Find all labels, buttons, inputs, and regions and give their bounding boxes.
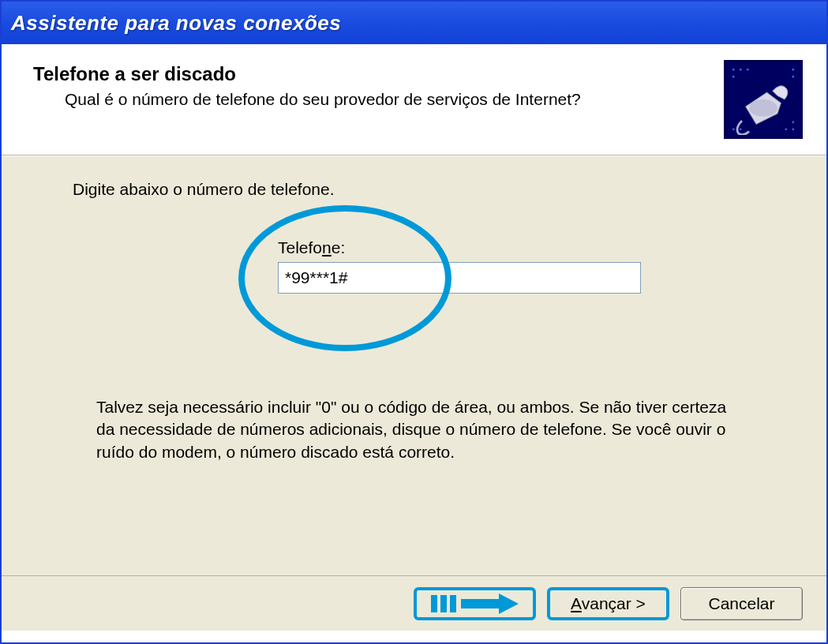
wizard-header: Telefone a ser discado Qual é o número d… <box>2 44 826 155</box>
help-text: Talvez seja necessário incluir "0" ou o … <box>96 396 728 463</box>
page-subtitle: Qual é o número de telefone do seu prove… <box>65 90 724 109</box>
svg-rect-13 <box>431 595 437 612</box>
phone-label: Telefone: <box>278 238 779 257</box>
svg-point-1 <box>749 99 777 117</box>
phone-label-prefix: Telefo <box>278 238 322 256</box>
svg-point-10 <box>792 128 794 130</box>
svg-point-7 <box>740 128 742 130</box>
svg-point-3 <box>740 69 742 71</box>
modem-icon <box>724 60 803 139</box>
back-button[interactable] <box>414 587 536 620</box>
svg-point-9 <box>792 76 794 78</box>
titlebar[interactable]: Assistente para novas conexões <box>2 2 826 44</box>
next-button-accelerator: A <box>571 594 582 612</box>
page-title: Telefone a ser discado <box>33 63 724 85</box>
wizard-content: Digite abaixo o número de telefone. Tele… <box>2 155 826 575</box>
svg-marker-17 <box>499 593 519 614</box>
header-text-block: Telefone a ser discado Qual é o número d… <box>33 60 724 109</box>
phone-input[interactable] <box>278 262 641 294</box>
cancel-button[interactable]: Cancelar <box>680 587 803 620</box>
svg-point-11 <box>785 128 787 130</box>
svg-rect-16 <box>461 599 500 608</box>
phone-label-suffix: e: <box>332 238 346 256</box>
svg-point-8 <box>792 69 794 71</box>
next-button-label: vançar > <box>582 594 646 612</box>
next-button[interactable]: Avançar > <box>547 587 669 620</box>
svg-point-2 <box>732 69 735 71</box>
phone-input-block: Telefone: <box>278 238 779 294</box>
titlebar-text: Assistente para novas conexões <box>11 11 341 36</box>
arrow-right-icon <box>428 592 523 616</box>
svg-point-6 <box>732 128 735 130</box>
instruction-text: Digite abaixo o número de telefone. <box>73 180 779 199</box>
svg-point-4 <box>747 69 749 71</box>
wizard-window: Assistente para novas conexões Telefone … <box>0 0 828 644</box>
svg-rect-14 <box>440 595 447 612</box>
svg-point-12 <box>792 121 794 123</box>
phone-label-accelerator: n <box>322 238 332 256</box>
button-bar: Avançar > Cancelar <box>2 575 826 631</box>
svg-point-5 <box>732 76 735 78</box>
svg-rect-15 <box>450 595 456 612</box>
